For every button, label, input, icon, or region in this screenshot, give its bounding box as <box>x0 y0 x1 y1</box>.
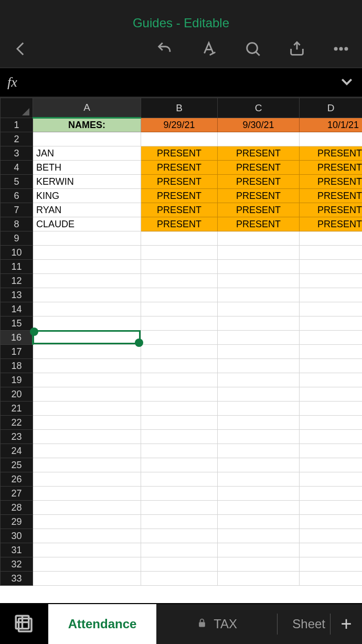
cell[interactable] <box>141 572 218 586</box>
cell[interactable] <box>300 246 363 260</box>
cell[interactable] <box>300 132 363 146</box>
share-button[interactable] <box>285 37 308 60</box>
cell[interactable] <box>300 231 363 246</box>
cell[interactable]: PRESENT <box>218 189 300 203</box>
cell[interactable] <box>218 458 300 472</box>
cell[interactable] <box>218 387 300 402</box>
tab-attendance[interactable]: Attendance <box>48 604 156 644</box>
cell[interactable] <box>33 557 141 572</box>
cell[interactable] <box>141 359 218 373</box>
cell[interactable]: PRESENT <box>300 146 363 161</box>
cell[interactable]: PRESENT <box>141 175 218 189</box>
sheets-overview-button[interactable] <box>0 604 48 644</box>
row-header[interactable]: 30 <box>1 529 33 543</box>
cell[interactable] <box>33 515 141 529</box>
cell[interactable] <box>218 529 300 543</box>
cell[interactable] <box>33 472 141 487</box>
row-header[interactable]: 12 <box>1 274 33 288</box>
cell[interactable] <box>300 487 363 501</box>
cell[interactable]: NAMES: <box>33 118 141 132</box>
row-header[interactable]: 24 <box>1 444 33 458</box>
cell[interactable] <box>300 458 363 472</box>
cell[interactable] <box>218 260 300 274</box>
cell[interactable] <box>141 331 218 345</box>
cell[interactable] <box>33 373 141 387</box>
cell[interactable] <box>218 288 300 302</box>
cell[interactable] <box>300 543 363 557</box>
cell[interactable] <box>141 316 218 331</box>
row-header[interactable]: 15 <box>1 316 33 331</box>
cell[interactable] <box>141 132 218 146</box>
cell[interactable] <box>33 402 141 416</box>
more-button[interactable] <box>329 37 353 60</box>
cell[interactable] <box>300 302 363 316</box>
cell[interactable] <box>218 501 300 515</box>
cell[interactable] <box>300 430 363 444</box>
column-header-C[interactable]: C <box>218 98 300 118</box>
cell[interactable] <box>141 302 218 316</box>
cell[interactable]: BETH <box>33 161 141 175</box>
expand-formula-button[interactable] <box>339 73 355 91</box>
cell[interactable] <box>141 274 218 288</box>
cell[interactable] <box>300 316 363 331</box>
row-header[interactable]: 22 <box>1 416 33 430</box>
cell[interactable] <box>300 345 363 359</box>
cell[interactable] <box>218 274 300 288</box>
row-header[interactable]: 20 <box>1 387 33 402</box>
cell[interactable] <box>300 274 363 288</box>
cell[interactable] <box>141 458 218 472</box>
row-header[interactable]: 1 <box>1 118 33 132</box>
cell[interactable]: PRESENT <box>300 189 363 203</box>
row-header[interactable]: 6 <box>1 189 33 203</box>
cell[interactable]: PRESENT <box>141 146 218 161</box>
cell[interactable] <box>218 373 300 387</box>
row-header[interactable]: 23 <box>1 430 33 444</box>
cell[interactable] <box>300 557 363 572</box>
row-header[interactable]: 7 <box>1 203 33 217</box>
cell[interactable]: PRESENT <box>141 189 218 203</box>
cell[interactable] <box>141 402 218 416</box>
row-header[interactable]: 10 <box>1 246 33 260</box>
cell[interactable] <box>141 501 218 515</box>
row-header[interactable]: 11 <box>1 260 33 274</box>
cell[interactable]: 9/29/21 <box>141 118 218 132</box>
undo-button[interactable] <box>153 37 176 60</box>
cell[interactable] <box>141 260 218 274</box>
cell[interactable] <box>141 472 218 487</box>
cell[interactable] <box>33 288 141 302</box>
cell[interactable] <box>141 557 218 572</box>
cell[interactable]: PRESENT <box>141 203 218 217</box>
cell[interactable] <box>218 515 300 529</box>
cell[interactable] <box>33 430 141 444</box>
row-header[interactable]: 21 <box>1 402 33 416</box>
tab-sheet[interactable]: Sheet <box>278 604 331 644</box>
cell[interactable]: PRESENT <box>300 203 363 217</box>
row-header[interactable]: 19 <box>1 373 33 387</box>
cell[interactable] <box>141 246 218 260</box>
cell[interactable] <box>218 402 300 416</box>
cell[interactable] <box>218 416 300 430</box>
cell[interactable]: RYAN <box>33 203 141 217</box>
spreadsheet-grid[interactable]: ABCD 1NAMES:9/29/219/30/2110/1/2123JANPR… <box>0 98 362 603</box>
cell[interactable] <box>141 231 218 246</box>
cell[interactable] <box>300 387 363 402</box>
cell[interactable] <box>33 444 141 458</box>
cell[interactable]: PRESENT <box>141 161 218 175</box>
cell[interactable]: 9/30/21 <box>218 118 300 132</box>
row-header[interactable]: 17 <box>1 345 33 359</box>
cell[interactable] <box>218 430 300 444</box>
tab-tax[interactable]: TAX <box>156 604 278 644</box>
cell[interactable] <box>33 274 141 288</box>
row-header[interactable]: 3 <box>1 146 33 161</box>
cell[interactable]: PRESENT <box>300 161 363 175</box>
cell[interactable] <box>33 331 141 345</box>
cell[interactable] <box>141 345 218 359</box>
cell[interactable] <box>141 529 218 543</box>
column-header-A[interactable]: A <box>33 98 141 118</box>
cell[interactable] <box>300 288 363 302</box>
cell[interactable] <box>218 331 300 345</box>
cell[interactable] <box>141 387 218 402</box>
cell[interactable]: PRESENT <box>218 217 300 231</box>
column-header-B[interactable]: B <box>141 98 218 118</box>
cell[interactable] <box>218 543 300 557</box>
